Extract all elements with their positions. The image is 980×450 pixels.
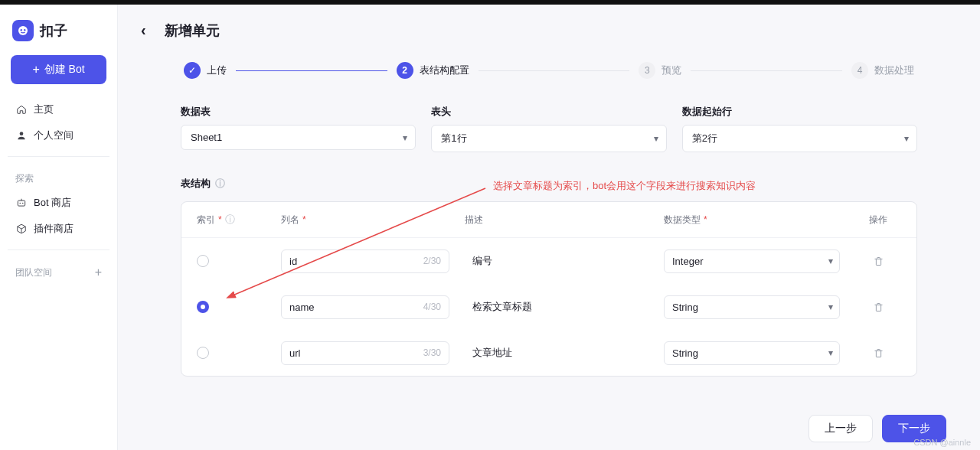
brand-name: 扣子 [40,21,67,40]
sidebar-item-bot-store[interactable]: Bot 商店 [8,190,109,216]
structure-title: 表结构 ⓘ [181,177,225,191]
step-label: 表结构配置 [420,64,469,77]
data-table-select[interactable]: Sheet1 ▾ [181,125,416,150]
delete-row-button[interactable] [855,302,901,313]
chevron-down-icon: ▾ [654,133,658,144]
step-connector [479,70,630,71]
column-desc[interactable]: 检索文章标题 [465,295,648,319]
select-value: 第1行 [441,132,466,144]
field-header-row: 表头 第1行 ▾ [431,105,666,152]
watermark: CSDN @ainnle [913,438,971,447]
sidebar-group-explore: 探索 [8,165,109,190]
field-label: 数据起始行 [682,105,917,119]
step-label: 数据处理 [874,64,914,77]
svg-point-2 [24,29,25,31]
sidebar-group-team: 团队空间 + [8,258,109,287]
svg-rect-4 [18,201,24,206]
chevron-down-icon: ▾ [904,133,909,144]
table-row: name4/30 检索文章标题 String▾ [181,284,916,330]
info-icon: ⓘ [225,213,235,227]
column-name-input[interactable]: url3/30 [281,341,449,365]
sidebar-item-label: Bot 商店 [34,196,71,210]
chevron-down-icon: ▾ [828,256,833,266]
column-type-select[interactable]: String▾ [664,341,840,365]
col-desc: 描述 [465,214,648,227]
column-type-select[interactable]: Integer▾ [664,249,840,273]
annotation-text: 选择文章标题为索引，bot会用这个字段来进行搜索知识内容 [493,179,756,193]
col-op: 操作 [855,214,901,227]
sidebar-group-label: 团队空间 [15,266,52,279]
delete-row-button[interactable] [855,347,901,359]
field-data-table: 数据表 Sheet1 ▾ [181,105,416,152]
step-structure: 2 表结构配置 [397,62,469,79]
chevron-down-icon: ▾ [403,132,407,143]
table-row: url3/30 文章地址 String▾ [181,330,916,376]
sidebar-item-home[interactable]: 主页 [8,96,109,122]
brand-row: 扣子 [8,17,109,55]
plus-icon: + [32,64,39,76]
svg-point-6 [22,203,24,204]
chevron-down-icon: ▾ [828,302,833,312]
delete-row-button[interactable] [855,256,901,267]
col-type: 数据类型* [664,214,840,227]
step-upload: ✓ 上传 [184,62,227,79]
chevron-down-icon: ▾ [828,347,833,358]
select-value: 第2行 [692,132,717,144]
column-name-input[interactable]: id2/30 [281,249,449,273]
sidebar-separator [8,249,109,250]
create-bot-button[interactable]: + 创建 Bot [11,55,106,84]
footer-actions: 上一步 下一步 [135,404,963,450]
sidebar-separator [8,156,109,157]
step-label: 预览 [662,64,681,77]
step-done-icon: ✓ [184,62,201,79]
sidebar: 扣子 + 创建 Bot 主页 个人空间 探索 Bot 商店 [0,5,118,450]
svg-point-5 [19,203,21,204]
add-team-button[interactable]: + [95,266,102,279]
create-bot-label: 创建 Bot [44,63,85,77]
svg-point-0 [18,26,28,35]
sidebar-item-label: 主页 [34,103,54,116]
svg-point-3 [20,132,24,135]
step-preview: 3 预览 [639,62,681,79]
field-label: 表头 [431,105,666,119]
sidebar-item-label: 个人空间 [34,129,74,142]
sidebar-item-plugin-store[interactable]: 插件商店 [8,216,109,242]
header-row-select[interactable]: 第1行 ▾ [431,125,666,152]
structure-table: 索引*ⓘ 列名* 描述 数据类型* 操作 id2/30 编号 Integer▾ … [181,201,917,377]
plugin-store-icon [15,223,28,235]
step-idle-icon: 4 [851,62,868,79]
home-icon [15,103,28,116]
sidebar-item-label: 插件商店 [34,222,74,236]
step-process: 4 数据处理 [851,62,914,79]
page-header: ‹ 新增单元 [135,18,963,42]
step-connector [236,70,387,71]
col-name: 列名* [281,214,449,227]
page-title: 新增单元 [165,21,220,40]
index-radio[interactable] [197,255,209,267]
step-indicator: ✓ 上传 2 表结构配置 3 预览 4 数据处理 [181,62,917,79]
column-desc[interactable]: 编号 [465,249,648,273]
select-value: Sheet1 [191,132,222,143]
col-index: 索引*ⓘ [197,213,266,227]
user-icon [15,129,28,142]
field-label: 数据表 [181,105,416,119]
index-radio[interactable] [197,301,209,313]
table-header-row: 索引*ⓘ 列名* 描述 数据类型* 操作 [181,202,916,238]
step-idle-icon: 3 [639,62,655,79]
table-row: id2/30 编号 Integer▾ [181,238,916,284]
bot-store-icon [15,197,28,209]
sidebar-item-personal[interactable]: 个人空间 [8,122,109,148]
brand-logo-icon [12,20,34,41]
index-radio[interactable] [197,347,209,359]
step-active-icon: 2 [397,62,413,79]
column-type-select[interactable]: String▾ [664,295,840,319]
column-name-input[interactable]: name4/30 [281,295,449,319]
main-panel: ‹ 新增单元 ✓ 上传 2 表结构配置 3 预览 [118,5,980,450]
step-connector [691,70,842,71]
info-icon: ⓘ [215,177,225,191]
prev-button[interactable]: 上一步 [808,415,873,442]
svg-point-1 [21,29,22,31]
start-row-select[interactable]: 第2行 ▾ [682,125,917,152]
back-button[interactable]: ‹ [135,18,152,42]
column-desc[interactable]: 文章地址 [465,341,648,365]
